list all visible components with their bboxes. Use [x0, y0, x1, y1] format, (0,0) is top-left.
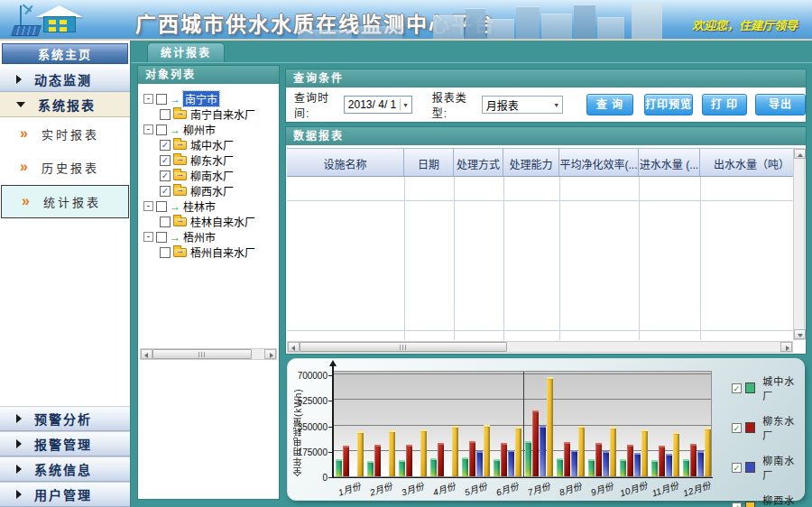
column-header-1[interactable]: 日期	[404, 149, 454, 177]
tree-node[interactable]: ✓城中水厂	[138, 137, 279, 152]
tree-node[interactable]: -→桂林市	[138, 198, 279, 214]
tree-node[interactable]: 南宁自来水厂	[138, 106, 279, 122]
sidebar-group-early-warning[interactable]: 预警分析	[0, 406, 130, 431]
tree-checkbox[interactable]	[160, 247, 171, 258]
tree-expander-icon[interactable]: -	[143, 124, 153, 134]
sidebar-group-alarm-management[interactable]: 报警管理	[0, 431, 130, 456]
scroll-down-button[interactable]	[794, 329, 806, 339]
query-button[interactable]: 查 询	[586, 94, 633, 115]
export-excel-button[interactable]: 导出EXCEL	[755, 94, 806, 115]
chart-bar-柳西水厂-month-10	[641, 429, 648, 476]
dropdown-arrow-icon[interactable]: ▼	[402, 102, 409, 108]
triangle-right-icon	[16, 414, 22, 423]
data-report-panel-title: 数据报表	[286, 127, 806, 145]
tree-node[interactable]: -→南宁市	[138, 91, 279, 106]
tree-checkbox[interactable]: ✓	[160, 155, 171, 166]
print-button[interactable]: 打 印	[702, 94, 747, 115]
chart-bar-柳东水厂-month-4	[438, 443, 444, 476]
chart-bar-柳东水厂-month-12	[690, 444, 697, 476]
tree-checkbox[interactable]	[160, 217, 171, 227]
chart-bar-柳西水厂-month-1	[357, 431, 364, 476]
chart-bar-城中水厂-month-10	[620, 459, 626, 476]
legend-checkbox[interactable]: ✓	[732, 502, 742, 507]
legend-label: 柳南水厂	[762, 453, 804, 482]
data-report-panel: 数据报表 设施名称日期处理方式处理能力平均净化效率(...进水水量 (...出水…	[285, 126, 807, 355]
legend-item: ✓柳南水厂	[732, 453, 804, 482]
orange-arrows-icon: »	[20, 160, 31, 174]
tree-expander-icon[interactable]: -	[143, 94, 153, 104]
query-time-label: 查询时间:	[294, 89, 340, 120]
scroll-left-button[interactable]	[141, 349, 152, 359]
tree-checkbox[interactable]	[156, 232, 167, 243]
tree-checkbox[interactable]	[156, 124, 167, 135]
legend-swatch	[745, 383, 756, 393]
chart-bar-城中水厂-month-9	[588, 459, 595, 476]
tree-checkbox[interactable]: ✓	[160, 140, 171, 151]
chart-bar-柳东水厂-month-11	[659, 446, 665, 476]
tree-checkbox[interactable]	[160, 109, 171, 120]
sidebar-item-report[interactable]: »实时报表	[0, 117, 130, 151]
table-vscrollbar[interactable]	[793, 148, 805, 340]
legend-checkbox[interactable]: ✓	[732, 423, 742, 433]
tree-hscrollbar[interactable]	[140, 348, 277, 360]
tree-node[interactable]: 桂林自来水厂	[138, 214, 279, 229]
app-logo-icon	[13, 4, 96, 38]
table-hscrollbar[interactable]	[287, 341, 793, 353]
tree-node-label: 城中水厂	[190, 137, 234, 152]
chart-bar-城中水厂-month-1	[336, 459, 342, 476]
print-preview-button[interactable]: 打印预览	[644, 94, 693, 115]
legend-checkbox[interactable]: ✓	[732, 463, 742, 473]
sidebar-group-system-info[interactable]: 系统信息	[0, 456, 130, 482]
scroll-right-button[interactable]	[780, 342, 792, 352]
sidebar-group-dynamic-monitoring[interactable]: 动态监测	[0, 67, 130, 92]
tree-hscroll-thumb[interactable]	[152, 349, 252, 359]
report-type-select[interactable]: 月报表 ▼	[482, 96, 563, 114]
scroll-left-button[interactable]	[288, 342, 300, 352]
tree-checkbox[interactable]: ✓	[160, 171, 171, 181]
tree-node-label: 柳西水厂	[190, 183, 234, 198]
sidebar: 系统主页 动态监测 系统报表 »实时报表»历史报表»统计报表 预警分析 报警管理…	[0, 41, 131, 507]
scroll-right-button[interactable]	[264, 349, 276, 359]
tree-node[interactable]: ✓柳南水厂	[138, 168, 279, 183]
tab-statistics-report[interactable]: 统计报表	[147, 42, 225, 62]
sidebar-item-home[interactable]: 系统主页	[2, 43, 128, 64]
sidebar-group-user-management[interactable]: 用户管理	[0, 482, 130, 507]
folder-icon	[173, 217, 187, 226]
dropdown-arrow-icon[interactable]: ▼	[553, 102, 559, 108]
tree-node[interactable]: ✓柳西水厂	[138, 183, 279, 198]
tree-checkbox[interactable]	[156, 94, 167, 105]
tree-node[interactable]: 梧州自来水厂	[138, 244, 279, 260]
city-arrow-icon: →	[170, 231, 180, 244]
table-hscroll-thumb[interactable]	[300, 342, 507, 352]
column-header-4[interactable]: 平均净化效率(...	[559, 149, 639, 177]
object-list-panel-title: 对象列表	[138, 66, 279, 84]
column-header-5[interactable]: 进水水量 (...	[639, 149, 700, 177]
chart-bar-柳东水厂-month-10	[627, 445, 633, 476]
legend-checkbox[interactable]: ✓	[732, 383, 742, 393]
tree-expander-icon[interactable]: -	[143, 232, 153, 242]
chart-plot-area	[333, 371, 712, 477]
sidebar-item-report[interactable]: »历史报表	[0, 151, 130, 184]
column-divider	[639, 177, 640, 340]
sidebar-group-system-reports[interactable]: 系统报表	[0, 92, 130, 117]
chart-bar-城中水厂-month-6	[494, 459, 500, 476]
sidebar-item-statistics-report-selected[interactable]: »统计报表	[1, 185, 129, 218]
column-header-0[interactable]: 设施名称	[287, 149, 404, 177]
tree-node[interactable]: -→梧州市	[138, 229, 279, 244]
chart-bar-城中水厂-month-4	[430, 458, 437, 476]
tree-node[interactable]: -→柳州市	[138, 122, 279, 137]
column-header-6[interactable]: 出水水量（吨）	[700, 149, 793, 177]
tree-checkbox[interactable]	[156, 201, 167, 212]
column-header-3[interactable]: 处理能力	[503, 149, 559, 177]
tree-node-label: 桂林自来水厂	[190, 214, 255, 229]
column-header-2[interactable]: 处理方式	[454, 149, 503, 177]
query-date-input[interactable]: 2013/ 4/ 1 ▼	[344, 96, 412, 114]
scroll-up-button[interactable]	[794, 149, 806, 159]
tree-node[interactable]: ✓柳东水厂	[138, 152, 279, 168]
tree-checkbox[interactable]: ✓	[160, 186, 171, 197]
chart-bar-城中水厂-month-5	[462, 457, 468, 476]
tree-expander-icon[interactable]: -	[143, 201, 153, 211]
welcome-text: 欢迎您，住建厅领导	[692, 16, 798, 33]
main-content: 统计报表 对象列表 -→南宁市南宁自来水厂-→柳州市✓城中水厂✓柳东水厂✓柳南水…	[131, 41, 812, 507]
sidebar-group-label: 动态监测	[34, 70, 92, 88]
